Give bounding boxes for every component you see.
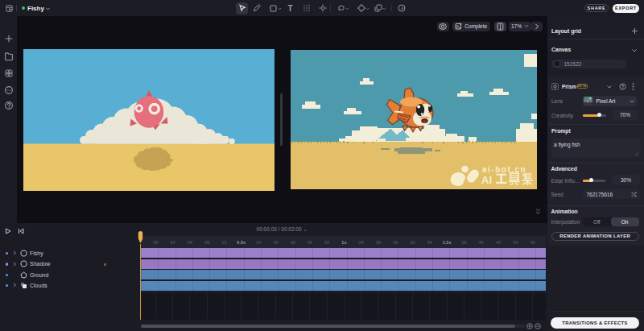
svg-text:AI: AI (481, 174, 492, 186)
svg-text:ai-bot.cn: ai-bot.cn (482, 165, 526, 174)
